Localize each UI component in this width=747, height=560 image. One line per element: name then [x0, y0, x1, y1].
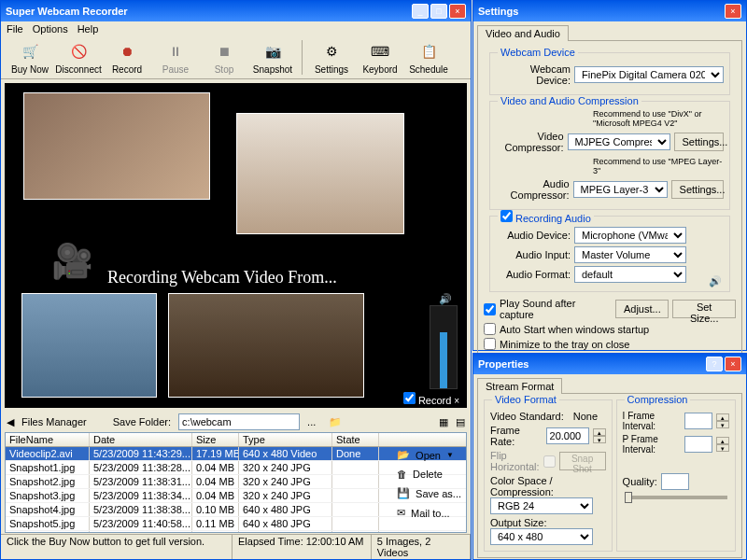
auto-start-checkbox[interactable]	[484, 323, 496, 335]
list-view-icon[interactable]: ▦	[439, 416, 448, 428]
delete-icon: 🗑	[397, 469, 407, 480]
preview-area: 🎥 Recording Webcam Video From... 🔊 Recor…	[5, 83, 467, 408]
record-button[interactable]: ⏺Record	[104, 40, 150, 75]
save-folder-input[interactable]	[178, 413, 300, 430]
recording-audio-group: Recording Audio Audio Device:Microphone …	[489, 216, 730, 292]
schedule-icon: 📋	[417, 40, 440, 63]
status-bar: Click the Buy Now button to get full ver…	[1, 534, 471, 559]
audio-compressor-select[interactable]: MPEG Layer-3	[573, 181, 668, 198]
save-icon: 💾	[397, 487, 410, 499]
menu-help[interactable]: Help	[78, 23, 99, 35]
toolbar: 🛒Buy Now 🚫Disconnect ⏺Record ⏸Pause ⏹Sto…	[1, 36, 471, 79]
delete-button[interactable]: 🗑Delete	[395, 467, 463, 482]
compression-group: Video and Audio Compression Recommend to…	[489, 101, 730, 210]
color-space-select[interactable]: RGB 24	[490, 497, 593, 514]
close-icon[interactable]: ×	[725, 357, 741, 371]
snapshot-button[interactable]: 📷Snapshot	[249, 40, 296, 75]
save-as-button[interactable]: 💾Save as...	[395, 485, 463, 501]
folder-icon[interactable]: 📁	[329, 416, 342, 428]
help-icon[interactable]: ?	[706, 357, 723, 371]
pframe-input[interactable]	[684, 436, 712, 453]
webcam-device-select[interactable]: FinePix Digital Camera 020724 (W	[574, 66, 724, 83]
main-window: Super Webcam Recorder _ □ × File Options…	[0, 0, 472, 560]
quality-slider[interactable]	[625, 496, 727, 499]
properties-title: Properties	[478, 358, 529, 370]
compression-group: Compression I Frame Interval:▴▾ P Frame …	[616, 399, 736, 552]
webcam-icon: 🎥	[51, 242, 93, 281]
buy-now-button[interactable]: 🛒Buy Now	[7, 40, 53, 75]
speaker-icon[interactable]: 🔊	[709, 275, 722, 287]
volume-slider[interactable]	[430, 305, 458, 389]
record-checkbox[interactable]: Record ×	[403, 392, 459, 406]
webcam-device-group: Webcam Device Webcam Device:FinePix Digi…	[489, 52, 730, 95]
video-compressor-select[interactable]: MJPEG Compressor	[568, 133, 670, 150]
vc-settings-button[interactable]: Settings...	[674, 133, 724, 151]
grid-view-icon[interactable]: ▤	[456, 416, 465, 428]
col-type[interactable]: Type	[239, 433, 332, 446]
audio-format-select[interactable]: default	[574, 266, 686, 283]
thumbnail	[236, 113, 404, 234]
status-summary: 5 Images, 2 Videos	[372, 535, 471, 559]
audio-device-select[interactable]: Microphone (VMware VM	[574, 227, 686, 244]
browse-button[interactable]: ...	[307, 416, 316, 427]
preview-caption: Recording Webcam Video From...	[107, 268, 337, 287]
quality-input[interactable]	[661, 473, 689, 490]
tab-stream-format[interactable]: Stream Format	[477, 378, 562, 394]
pause-icon: ⏸	[164, 40, 187, 63]
speaker-icon[interactable]: 🔊	[439, 293, 452, 305]
col-filename[interactable]: FileName	[6, 433, 90, 446]
settings-button[interactable]: ⚙Settings	[308, 40, 355, 75]
pause-button[interactable]: ⏸Pause	[152, 40, 199, 75]
menu-options[interactable]: Options	[33, 23, 68, 35]
open-button[interactable]: 📂Open ▼	[395, 447, 463, 463]
chevron-left-icon[interactable]: ◀	[7, 416, 14, 428]
recording-audio-checkbox[interactable]	[500, 210, 513, 222]
settings-title: Settings	[478, 6, 518, 17]
maximize-icon[interactable]: □	[430, 4, 447, 19]
schedule-button[interactable]: 📋Schedule	[405, 40, 452, 75]
iframe-spinner[interactable]: ▴▾	[716, 413, 729, 428]
stop-button[interactable]: ⏹Stop	[201, 40, 247, 75]
app-title: Super Webcam Recorder	[6, 6, 128, 17]
table-row[interactable]: Videoclip1.avi5/23/2009 11:41:17...15.96…	[6, 531, 466, 533]
tab-video-audio[interactable]: Video and Audio	[477, 25, 569, 41]
ac-settings-button[interactable]: Settings...	[671, 180, 724, 199]
status-hint: Click the Buy Now button to get full ver…	[1, 535, 233, 559]
iframe-input[interactable]	[684, 413, 712, 429]
pframe-spinner[interactable]: ▴▾	[716, 437, 729, 452]
audio-input-select[interactable]: Master Volume	[574, 246, 686, 263]
output-size-select[interactable]: 640 x 480	[490, 528, 593, 545]
properties-titlebar: Properties ?×	[473, 354, 746, 374]
disconnect-button[interactable]: 🚫Disconnect	[55, 40, 102, 75]
close-icon[interactable]: ×	[725, 4, 741, 19]
frame-rate-input[interactable]	[546, 427, 589, 444]
folder-bar: ◀ Files Manager Save Folder: ... 📁 ▦ ▤	[1, 412, 471, 432]
video-format-group: Video Format Video Standard:None Frame R…	[484, 399, 613, 552]
record-icon: ⏺	[116, 40, 138, 63]
cart-icon: 🛒	[19, 40, 41, 63]
disconnect-icon: 🚫	[67, 40, 90, 63]
snapshot-button: Snap Shot	[559, 452, 606, 470]
minimize-icon[interactable]: _	[412, 4, 429, 19]
minimize-tray-checkbox[interactable]	[484, 338, 496, 350]
save-folder-label: Save Folder:	[113, 416, 171, 427]
stop-icon: ⏹	[213, 40, 235, 63]
thumbnail	[168, 293, 364, 398]
col-size[interactable]: Size	[192, 433, 239, 446]
col-state[interactable]: State	[332, 433, 379, 446]
keyboard-button[interactable]: ⌨Keybord	[357, 40, 403, 75]
mail-button[interactable]: ✉Mail to...	[395, 505, 463, 521]
close-icon[interactable]: ×	[449, 4, 466, 19]
menu-file[interactable]: File	[7, 23, 23, 35]
settings-window: Settings × Video and Audio Webcam Device…	[472, 0, 747, 351]
status-elapsed: Elapsed Time: 12:00:10 AM	[233, 535, 372, 559]
frame-rate-spinner[interactable]: ▴▾	[593, 428, 606, 443]
col-date[interactable]: Date	[90, 433, 192, 446]
adjust-button[interactable]: Adjust...	[615, 300, 669, 318]
gear-icon: ⚙	[320, 40, 343, 63]
thumbnail	[23, 92, 210, 200]
flip-checkbox	[543, 455, 556, 468]
open-icon: 📂	[397, 449, 410, 461]
play-sound-checkbox[interactable]	[484, 303, 496, 315]
set-size-button[interactable]: Set Size...	[672, 300, 736, 318]
